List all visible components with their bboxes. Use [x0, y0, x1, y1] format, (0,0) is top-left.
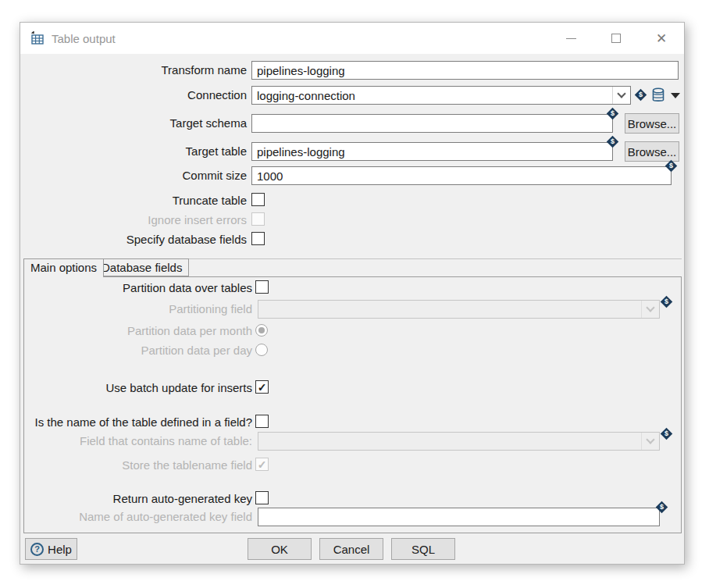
partitioning-field-variable-icon [661, 296, 673, 308]
connection-variable-icon[interactable] [635, 89, 647, 102]
partitioning-field-combo [258, 300, 660, 319]
field-with-table-name-variable-icon [661, 428, 673, 440]
target-table-browse-button[interactable]: Browse... [625, 141, 679, 162]
help-button-label: Help [48, 543, 72, 556]
partition-per-day-label: Partition data per day [20, 341, 252, 359]
partition-data-over-tables-checkbox[interactable] [255, 280, 269, 294]
return-auto-key-checkbox[interactable] [255, 491, 269, 504]
chevron-down-icon [641, 433, 659, 450]
auto-key-field-label: Name of auto-generated key field [20, 508, 252, 526]
use-batch-update-checkbox[interactable] [255, 380, 269, 394]
store-tablename-label: Store the tablename field [20, 456, 252, 474]
connection-menu-triangle-icon[interactable] [671, 93, 680, 98]
target-schema-input[interactable] [251, 114, 613, 133]
use-batch-update-label: Use batch update for inserts [20, 379, 252, 397]
specify-database-fields-checkbox[interactable] [251, 232, 265, 245]
connection-label: Connection [20, 86, 247, 104]
field-with-table-name-combo [258, 432, 660, 451]
tab-database-fields[interactable]: Database fields [94, 258, 189, 276]
table-name-in-field-checkbox[interactable] [255, 415, 269, 428]
cancel-button[interactable]: Cancel [319, 538, 383, 560]
connection-combo[interactable]: logging-connection [251, 86, 631, 105]
partition-per-month-radio [255, 324, 268, 337]
auto-key-field-variable-icon [656, 501, 668, 514]
target-schema-label: Target schema [20, 114, 247, 132]
chevron-down-icon [641, 301, 659, 318]
transform-name-label: Transform name [20, 61, 247, 79]
partition-data-over-tables-label: Partition data over tables [20, 279, 252, 297]
commit-size-variable-icon [665, 160, 678, 173]
store-tablename-checkbox [255, 458, 269, 471]
table-name-in-field-label: Is the name of the table defined in a fi… [20, 413, 252, 431]
truncate-table-label: Truncate table [20, 191, 247, 209]
commit-size-label: Commit size [20, 166, 247, 184]
partitioning-field-label: Partitioning field [20, 300, 252, 318]
return-auto-key-label: Return auto-generated key [20, 490, 252, 508]
table-output-dialog: Table output ✕ Transform name Connection… [20, 22, 685, 565]
transform-name-input[interactable] [251, 61, 679, 80]
commit-size-input[interactable] [251, 166, 672, 185]
chevron-down-icon[interactable] [612, 87, 630, 104]
ok-button[interactable]: OK [248, 538, 312, 560]
target-table-label: Target table [20, 142, 247, 160]
close-button[interactable]: ✕ [639, 23, 684, 54]
table-output-icon [30, 31, 45, 45]
target-table-input[interactable] [251, 142, 613, 161]
field-with-table-name-label: Field that contains name of table: [20, 432, 252, 450]
ignore-insert-errors-checkbox [251, 212, 265, 226]
target-schema-variable-icon [607, 108, 619, 120]
auto-key-field-input[interactable] [258, 508, 660, 526]
maximize-button[interactable] [593, 23, 639, 54]
window-title: Table output [52, 32, 116, 45]
sql-button[interactable]: SQL [391, 538, 455, 560]
question-mark-icon: ? [30, 543, 44, 556]
specify-database-fields-label: Specify database fields [20, 230, 247, 248]
tab-main-options[interactable]: Main options [23, 258, 104, 277]
connection-value: logging-connection [252, 89, 612, 102]
help-button[interactable]: ? Help [25, 538, 77, 560]
close-icon: ✕ [656, 32, 667, 45]
maximize-icon [611, 34, 621, 43]
target-schema-browse-button[interactable]: Browse... [625, 113, 679, 134]
ignore-insert-errors-label: Ignore insert errors [20, 211, 247, 229]
database-icon[interactable] [651, 87, 665, 103]
minimize-icon [566, 38, 576, 39]
partition-per-month-label: Partition data per month [20, 322, 252, 340]
title-bar: Table output ✕ [20, 23, 684, 54]
truncate-table-checkbox[interactable] [251, 193, 265, 206]
target-table-variable-icon [607, 136, 619, 148]
partition-per-day-radio [255, 344, 268, 356]
minimize-button[interactable] [548, 23, 593, 54]
